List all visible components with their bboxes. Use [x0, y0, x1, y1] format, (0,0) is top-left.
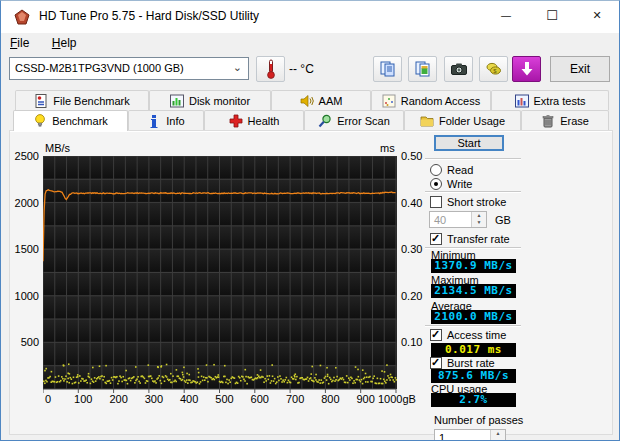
burst-rate-checkbox[interactable]: [430, 357, 442, 369]
random-access-icon: [382, 94, 396, 108]
maximize-button[interactable]: ☐: [529, 1, 575, 32]
access-time-dot: [355, 366, 357, 368]
access-time-dot: [336, 376, 338, 378]
screenshot-button[interactable]: [444, 56, 473, 82]
access-time-dot: [245, 376, 247, 378]
drive-select-value: CSSD-M2B1TPG3VND (1000 GB): [15, 62, 184, 74]
access-time-dot: [320, 379, 322, 381]
access-time-dot: [77, 376, 79, 378]
access-time-dot: [94, 377, 96, 379]
file-benchmark-icon: [34, 94, 48, 108]
transfer-rate-checkbox[interactable]: [430, 233, 442, 245]
access-time-dot: [234, 377, 236, 379]
access-time-dot: [246, 383, 248, 385]
access-time-dot: [63, 380, 65, 382]
access-time-dot: [224, 365, 226, 367]
tab-erase[interactable]: Erase: [521, 110, 609, 130]
access-time-value: 0.017 ms: [431, 343, 516, 357]
access-time-dot: [62, 378, 64, 380]
tab-extra-tests[interactable]: Extra tests: [491, 90, 609, 110]
tab-disk-monitor[interactable]: Disk monitor: [149, 90, 271, 110]
access-time-dot: [202, 380, 204, 382]
divider: [425, 325, 521, 327]
temperature-button[interactable]: [256, 56, 285, 82]
access-time-dot: [386, 364, 388, 366]
close-button[interactable]: ✕: [574, 1, 620, 32]
access-time-dot: [44, 370, 46, 372]
tab-label: File Benchmark: [53, 95, 129, 107]
write-radio[interactable]: [430, 178, 442, 190]
access-time-dot: [360, 381, 362, 383]
exit-button[interactable]: Exit: [550, 56, 610, 82]
copy-text-button[interactable]: [373, 56, 402, 82]
access-time-dot: [280, 378, 282, 380]
tab-health[interactable]: Health: [204, 110, 304, 130]
tab-info[interactable]: Info: [128, 110, 204, 130]
tab-file-benchmark[interactable]: File Benchmark: [15, 90, 149, 110]
access-time-dot: [182, 374, 184, 376]
access-time-dot: [85, 379, 87, 381]
access-time-dot: [145, 382, 147, 384]
left-axis-unit: MB/s: [45, 142, 70, 154]
short-stroke-checkbox[interactable]: [430, 196, 442, 208]
tab-label: Info: [166, 115, 184, 127]
tab-benchmark[interactable]: Benchmark: [13, 110, 128, 131]
access-time-dot: [67, 378, 69, 380]
toolbar: CSSD-M2B1TPG3VND (1000 GB) ⌄ -- °C: [1, 53, 619, 90]
tab-error-scan[interactable]: Error Scan: [304, 110, 404, 130]
access-time-dot: [222, 382, 224, 384]
benchmark-icon: [33, 114, 47, 128]
access-time-dot: [157, 377, 159, 379]
access-time-dot: [122, 376, 124, 378]
access-time-dot: [197, 381, 199, 383]
access-time-dot: [244, 380, 246, 382]
access-time-dot: [310, 373, 312, 375]
access-time-dot: [313, 381, 315, 383]
tab-aam[interactable]: AAM: [271, 90, 371, 110]
spinner-arrows-icon[interactable]: ▲: [490, 430, 505, 441]
save-image-button[interactable]: $: [479, 56, 508, 82]
access-time-dot: [394, 381, 396, 383]
tab-random-access[interactable]: Random Access: [371, 90, 491, 110]
access-time-dot: [99, 365, 101, 367]
tab-folder-usage[interactable]: Folder Usage: [404, 110, 521, 130]
access-time-dot: [349, 379, 351, 381]
minimize-button[interactable]: —: [483, 1, 529, 32]
download-button[interactable]: [512, 56, 541, 82]
menu-file[interactable]: File: [1, 33, 38, 52]
access-time-dot: [353, 380, 355, 382]
access-time-dot: [270, 382, 272, 384]
short-stroke-size-spinner[interactable]: 40 ▲▼: [429, 211, 487, 228]
access-time-dot: [188, 374, 190, 376]
access-time-checkbox[interactable]: [430, 329, 442, 341]
access-time-dot: [382, 383, 384, 385]
access-time-dot: [326, 367, 328, 369]
access-time-dot: [151, 378, 153, 380]
copy-image-button[interactable]: [408, 56, 437, 82]
access-time-dot: [343, 379, 345, 381]
info-icon: [147, 114, 161, 128]
read-radio[interactable]: [430, 164, 442, 176]
access-time-dot: [204, 379, 206, 381]
access-time-dot: [328, 383, 330, 385]
access-time-dot: [268, 379, 270, 381]
chevron-down-icon: ⌄: [233, 61, 242, 74]
access-time-dot: [286, 377, 288, 379]
access-time-dot: [225, 382, 227, 384]
drive-select-dropdown[interactable]: CSSD-M2B1TPG3VND (1000 GB) ⌄: [9, 57, 249, 80]
access-time-dot: [169, 379, 171, 381]
start-button[interactable]: Start: [434, 135, 504, 151]
spinner-arrows-icon[interactable]: ▲▼: [471, 212, 486, 227]
menu-help[interactable]: Help: [43, 33, 86, 52]
access-time-dot: [362, 383, 364, 385]
access-time-dot: [320, 365, 322, 367]
access-time-dot: [111, 377, 113, 379]
passes-spinner[interactable]: 1 ▲: [434, 429, 506, 441]
access-time-dot: [182, 372, 184, 374]
divider: [425, 191, 521, 193]
access-time-dot: [89, 377, 91, 379]
access-time-dot: [311, 366, 313, 368]
access-time-dot: [95, 380, 97, 382]
access-time-dot: [130, 380, 132, 382]
write-label: Write: [447, 178, 472, 190]
